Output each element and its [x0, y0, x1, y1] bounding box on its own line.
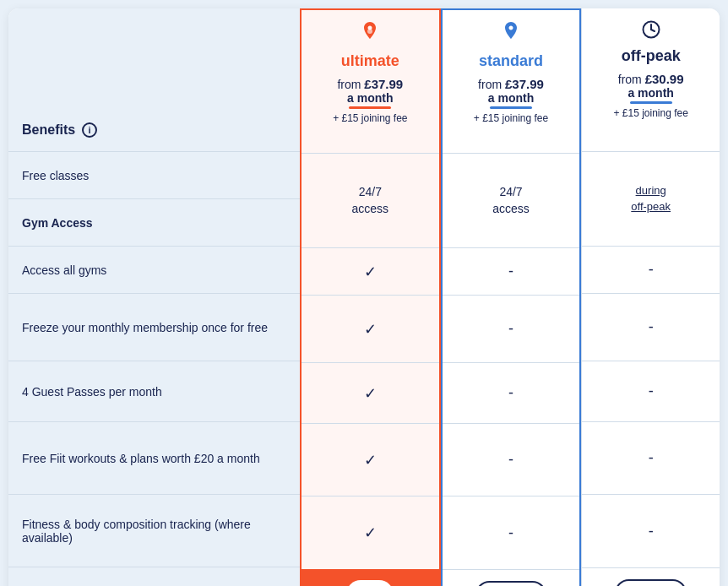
ultimate-select-button[interactable]: ✓ [346, 580, 394, 586]
svg-point-0 [367, 29, 372, 34]
plan-cell-offpeak-fitness: - [582, 495, 720, 567]
plan-header-ultimate: ultimate from £37.99 a month + £15 joini… [302, 10, 439, 154]
standard-select-button[interactable]: select [475, 581, 547, 586]
plan-cell-offpeak-fiit: - [582, 422, 720, 495]
plan-cell-offpeak-access: duringoff-peak [582, 152, 720, 247]
plan-column-off-peak: off-peak from £30.99 a month + £15 joini… [581, 8, 720, 586]
plan-cell-standard-access: 24/7access [443, 154, 580, 248]
price-underline-off-peak [630, 101, 672, 104]
plan-cell-offpeak-access-all: - [582, 247, 720, 294]
plan-price-ultimate: from £37.99 a month + £15 joining fee [333, 77, 407, 124]
off-peak-select-button[interactable]: select [615, 579, 687, 586]
benefit-row-freeze-membership: Freeze your monthly membership once for … [8, 294, 300, 361]
benefit-row-gym-access: Gym Access [8, 199, 300, 247]
plan-cell-ultimate-guest: ✓ [302, 363, 439, 424]
plan-cell-ultimate-access-all: ✓ [302, 248, 439, 296]
benefits-header: Benefits i [8, 8, 300, 152]
benefit-row-fitness-tracking: Fitness & body composition tracking (whe… [8, 495, 300, 567]
location-pin-icon [361, 22, 379, 49]
benefits-column: Benefits i Free classes Gym Access Acces… [8, 8, 300, 586]
plan-cell-ultimate-fitness: ✓ [302, 496, 439, 569]
info-icon[interactable]: i [82, 122, 97, 138]
plan-cell-offpeak-guest: - [582, 361, 720, 422]
plan-column-ultimate: ultimate from £37.99 a month + £15 joini… [300, 8, 441, 586]
plan-cell-standard-fitness: - [443, 496, 580, 569]
plan-footer-standard: select [443, 569, 580, 586]
plan-cell-standard-freeze: - [443, 296, 580, 363]
plan-cell-ultimate-fiit: ✓ [302, 424, 439, 496]
plan-cell-standard-fiit: - [443, 424, 580, 496]
plan-cell-offpeak-freeze: - [582, 294, 720, 361]
benefits-title: Benefits i [22, 122, 97, 138]
plan-price-standard: from £37.99 a month + £15 joining fee [474, 77, 548, 124]
plan-name-ultimate: ultimate [341, 52, 399, 70]
plan-name-off-peak: off-peak [622, 47, 681, 65]
plan-header-off-peak: off-peak from £30.99 a month + £15 joini… [582, 8, 720, 152]
plan-footer-off-peak: select [582, 567, 720, 586]
location-pin-icon-standard [502, 22, 520, 49]
benefit-row-free-classes: Free classes [8, 152, 300, 199]
plan-footer-ultimate: ✓ [302, 569, 439, 586]
plan-cell-standard-guest: - [443, 363, 580, 424]
plan-cell-ultimate-freeze: ✓ [302, 296, 439, 363]
benefit-row-fiit-workouts: Free Fiit workouts & plans worth £20 a m… [8, 422, 300, 495]
price-underline-ultimate [349, 106, 391, 109]
plan-cell-standard-access-all: - [443, 248, 580, 296]
benefit-row-guest-passes: 4 Guest Passes per month [8, 361, 300, 422]
pricing-table: Benefits i Free classes Gym Access Acces… [8, 8, 720, 586]
benefits-footer [8, 567, 300, 586]
plan-header-standard: standard from £37.99 a month + £15 joini… [443, 10, 580, 154]
plan-name-standard: standard [479, 52, 543, 70]
plan-cell-ultimate-access: 24/7access [302, 154, 439, 248]
plan-price-off-peak: from £30.99 a month + £15 joining fee [613, 72, 687, 119]
benefit-row-access-all-gyms: Access all gyms [8, 247, 300, 294]
plan-column-standard: standard from £37.99 a month + £15 joini… [441, 8, 582, 586]
clock-icon [642, 20, 660, 44]
benefits-label: Benefits [22, 122, 75, 138]
svg-line-3 [651, 30, 655, 31]
price-underline-standard [490, 106, 532, 109]
